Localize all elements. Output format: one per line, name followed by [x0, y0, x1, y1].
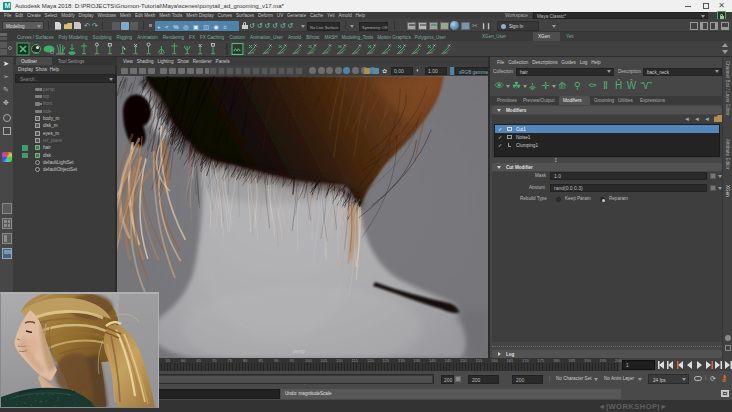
- svg-text:persp: persp: [293, 349, 305, 354]
